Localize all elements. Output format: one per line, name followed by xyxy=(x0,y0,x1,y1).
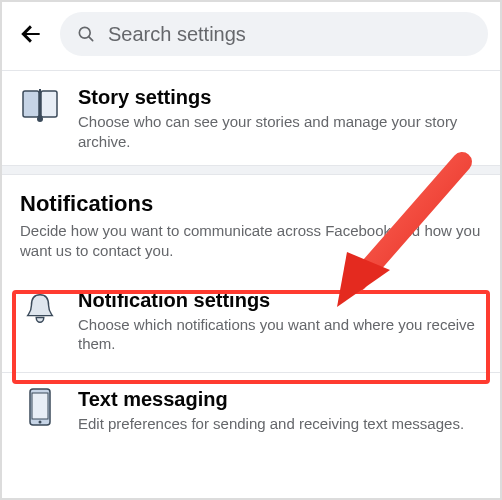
text-messaging-title: Text messaging xyxy=(78,387,482,411)
text-messaging-row[interactable]: Text messaging Edit preferences for send… xyxy=(2,373,500,448)
svg-point-9 xyxy=(39,420,42,423)
search-input[interactable]: Search settings xyxy=(60,12,488,56)
svg-rect-4 xyxy=(39,89,41,119)
back-button[interactable] xyxy=(14,17,48,51)
svg-rect-2 xyxy=(23,91,39,117)
svg-line-1 xyxy=(89,37,93,41)
notifications-description: Decide how you want to communicate acros… xyxy=(20,221,482,262)
notification-settings-sub: Choose which notifications you want and … xyxy=(78,315,482,354)
notification-settings-row[interactable]: Notification settings Choose which notif… xyxy=(2,270,500,372)
back-arrow-icon xyxy=(18,21,44,47)
text-messaging-sub: Edit preferences for sending and receivi… xyxy=(78,414,482,434)
svg-rect-3 xyxy=(41,91,57,117)
story-settings-sub: Choose who can see your stories and mana… xyxy=(78,112,482,151)
bell-icon xyxy=(20,288,60,328)
phone-icon xyxy=(20,387,60,427)
search-icon xyxy=(76,24,96,44)
notifications-section-header: Notifications Decide how you want to com… xyxy=(2,175,500,270)
story-icon xyxy=(20,85,60,125)
notifications-heading: Notifications xyxy=(20,191,482,217)
story-settings-row[interactable]: Story settings Choose who can see your s… xyxy=(2,71,500,165)
section-divider xyxy=(2,165,500,175)
svg-point-5 xyxy=(37,116,43,122)
svg-rect-8 xyxy=(32,393,48,419)
search-placeholder: Search settings xyxy=(108,23,246,46)
notification-settings-title: Notification settings xyxy=(78,288,482,312)
story-settings-title: Story settings xyxy=(78,85,482,109)
